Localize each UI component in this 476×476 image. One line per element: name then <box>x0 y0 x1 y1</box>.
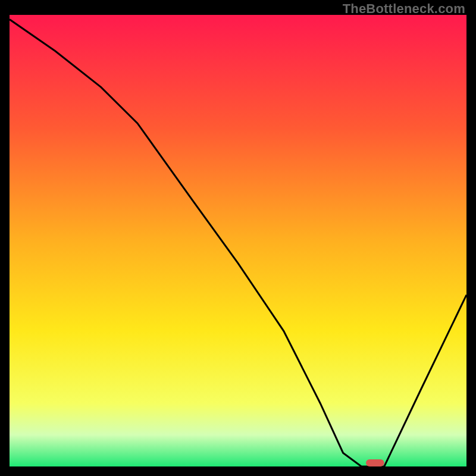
bottleneck-chart <box>10 15 466 466</box>
chart-frame <box>10 15 466 466</box>
optimum-marker <box>366 459 384 466</box>
gradient-background <box>10 15 466 466</box>
